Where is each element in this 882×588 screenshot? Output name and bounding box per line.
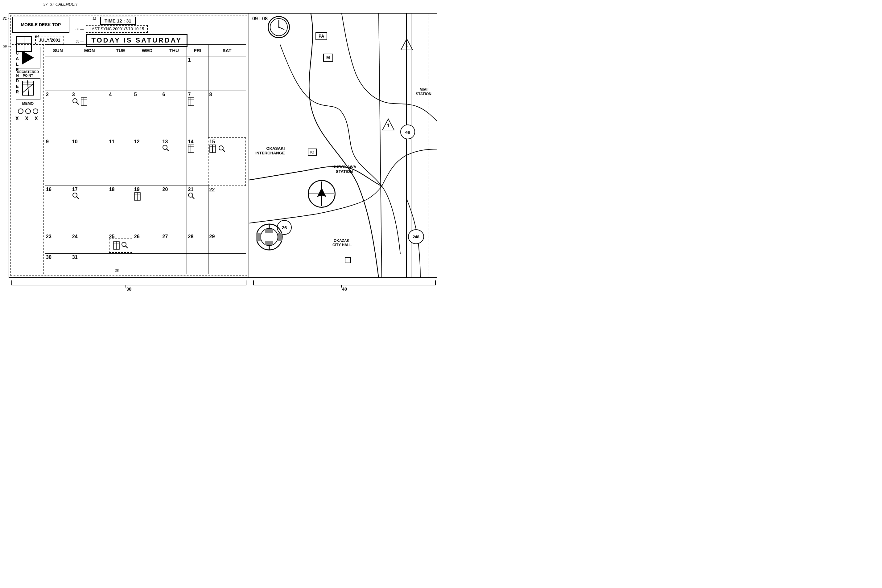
cell-w6-sun[interactable]: 30 (45, 254, 71, 274)
cell-w6-wed[interactable] (133, 254, 161, 274)
route-48-text: 48 (405, 129, 410, 135)
svg-rect-0 (23, 81, 28, 95)
cell-w4-mon[interactable]: 17 (71, 186, 108, 233)
cell-w6-sat[interactable] (208, 254, 246, 274)
cell-w4-fri[interactable]: 21 (187, 186, 208, 233)
cell-w5-tue[interactable]: 25 (108, 232, 133, 254)
cell-w6-mon[interactable]: 31 (71, 254, 108, 274)
magnify-icon-17 (72, 192, 79, 200)
cell-w4-tue[interactable]: 18 (108, 186, 133, 233)
left-panel: MOBILE DESK TOP JULY/2001 34 (9, 13, 249, 278)
cell-w4-sun[interactable]: 16 (45, 186, 71, 233)
ref-36-num: 36 (3, 44, 7, 48)
circles-row (18, 108, 38, 114)
route-1a-container: 1 (400, 38, 413, 51)
cell-w1-wed[interactable] (133, 56, 161, 91)
cell-w4-sat[interactable]: 22 (208, 186, 246, 233)
cell-w5-sat[interactable]: 29 (208, 232, 246, 254)
magnify-icon-13 (162, 144, 169, 153)
svg-line-29 (223, 150, 225, 152)
cell-w3-sun[interactable]: 9 (45, 138, 71, 186)
cell-w5-thu[interactable]: 27 (161, 232, 187, 254)
okazaki-city-hall-label: OKAZAKICITY HALL (332, 238, 352, 247)
book-icon-3 (81, 98, 87, 106)
cell-w1-fri[interactable]: 1 (187, 56, 208, 91)
cell-w2-thu[interactable]: 6 (161, 91, 187, 138)
cell-w5-wed[interactable]: 26 (133, 232, 161, 254)
grid-cell-2 (24, 36, 32, 44)
m-sign: M (323, 54, 333, 62)
ref-34-num: 34 (35, 34, 39, 38)
ref-35: 35 — (75, 39, 84, 43)
week-4: 16 17 18 19 (45, 186, 246, 233)
cell-w3-thu[interactable]: 13 (161, 138, 187, 186)
ref-37: 37 37 CALENDER (43, 2, 77, 6)
time-box: TIME 12 : 31 (100, 16, 136, 25)
col-wed: WED (133, 45, 161, 56)
cell-w4-thu[interactable]: 20 (161, 186, 187, 233)
magnify-icon-15 (218, 145, 225, 153)
page-title: 37 CALENDER (50, 2, 77, 6)
cell-w1-mon[interactable] (71, 56, 108, 91)
col-mon: MON (71, 45, 108, 56)
svg-rect-10 (81, 98, 84, 105)
cell-w2-tue[interactable]: 4 (108, 91, 133, 138)
ref-34: 34 (35, 34, 39, 38)
sync-text: LAST SYNC 20001/7/13 10:15 (89, 27, 144, 31)
cell-w3-fri[interactable]: 14 (187, 138, 208, 186)
cross-row: X X X (15, 116, 41, 122)
cell-w1-sun[interactable] (45, 56, 71, 91)
ref-36: 36 — (3, 44, 11, 48)
time-text: TIME 12 : 31 (105, 18, 131, 23)
panels-wrapper: MOBILE DESK TOP JULY/2001 34 (9, 13, 437, 278)
svg-marker-68 (278, 233, 282, 241)
cell-25-inner (109, 238, 132, 253)
route-1b-container: 1 (382, 118, 395, 131)
cell-w4-wed[interactable]: 19 (133, 186, 161, 233)
cell-w3-mon[interactable]: 10 (71, 138, 108, 186)
ic-sign: IC (308, 148, 317, 156)
svg-marker-66 (265, 241, 273, 245)
svg-point-30 (73, 193, 77, 197)
svg-text:1: 1 (406, 43, 408, 48)
calender-text: CALENDER (15, 51, 20, 95)
calendar-header: SUN MON TUE WED THU FRI SAT (45, 45, 246, 56)
cell-w6-tue[interactable]: — 38 (108, 254, 133, 274)
cell-w5-sun[interactable]: 23 (45, 232, 71, 254)
cell-w1-tue[interactable] (108, 56, 133, 91)
cell-w2-mon[interactable]: 3 (71, 91, 108, 138)
week-3: 9 10 11 12 13 14 (45, 138, 246, 186)
cell-w5-mon[interactable]: 24 (71, 232, 108, 254)
cell-w2-sun[interactable]: 2 (45, 91, 71, 138)
month-text: JULY/2001 (39, 38, 60, 42)
mobile-desktop-box: MOBILE DESK TOP (12, 16, 69, 33)
svg-rect-20 (188, 145, 191, 153)
col-thu: THU (161, 45, 187, 56)
cell-w1-thu[interactable] (161, 56, 187, 91)
clock-time-text: 09 : 08 (252, 16, 268, 21)
cell-w3-sat[interactable]: 15 — 39 (208, 138, 246, 186)
cell-w6-thu[interactable] (161, 254, 187, 274)
cell-w6-fri[interactable] (187, 254, 208, 274)
small-marker-circle (345, 257, 351, 263)
cell-w2-sat[interactable]: 8 (208, 91, 246, 138)
cell-w1-sat[interactable] (208, 56, 246, 91)
sync-box: LAST SYNC 20001/7/13 10:15 (86, 25, 148, 33)
svg-line-43 (126, 246, 128, 248)
week-6: 30 31 — 38 (45, 254, 246, 274)
cell-w5-fri[interactable]: 28 (187, 232, 208, 254)
circle-1 (18, 108, 23, 114)
book-icon (22, 80, 34, 98)
cell-w2-fri[interactable]: 7 (187, 91, 208, 138)
book-icon-19 (134, 192, 141, 201)
week-2: 2 3 (45, 91, 246, 138)
svg-rect-11 (84, 98, 87, 105)
cell-w3-tue[interactable]: 11 (108, 138, 133, 186)
cell-w2-wed[interactable]: 5 (133, 91, 161, 138)
svg-rect-33 (137, 193, 140, 200)
ref-32: 32 — (93, 16, 101, 20)
month-label[interactable]: JULY/2001 (35, 36, 64, 44)
kurokawa-station-label: KUROKAWASTATION (332, 165, 356, 174)
cell-w3-wed[interactable]: 12 (133, 138, 161, 186)
triangle-icon (22, 51, 34, 64)
